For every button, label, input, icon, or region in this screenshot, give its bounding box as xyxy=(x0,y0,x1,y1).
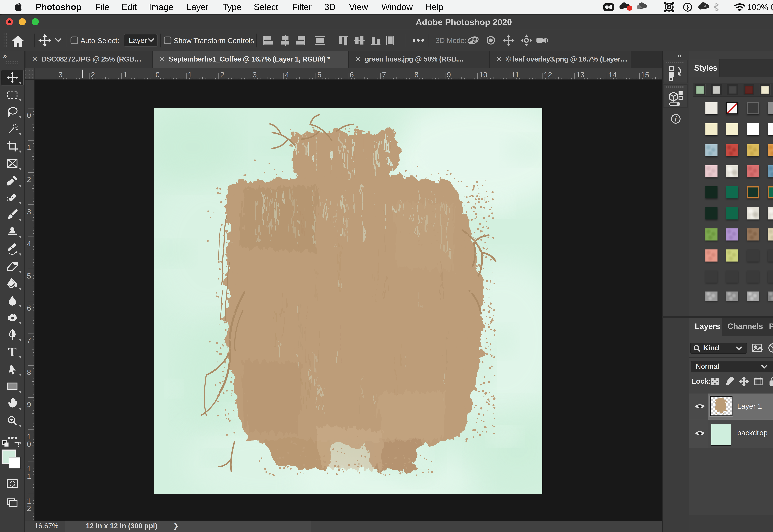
svg-text:6: 6 xyxy=(350,71,354,79)
svg-text:11: 11 xyxy=(511,71,519,79)
svg-text:1: 1 xyxy=(27,433,31,441)
svg-text:3D Mode:: 3D Mode: xyxy=(436,36,466,45)
svg-text:2: 2 xyxy=(27,175,31,184)
svg-text:5: 5 xyxy=(27,272,31,280)
svg-text:1: 1 xyxy=(27,497,31,505)
svg-text:4: 4 xyxy=(285,71,289,79)
svg-text:2: 2 xyxy=(27,504,31,513)
svg-text:3: 3 xyxy=(27,208,31,216)
svg-text:7: 7 xyxy=(27,336,31,344)
svg-text:T: T xyxy=(8,345,17,359)
svg-text:Layer: Layer xyxy=(129,36,147,44)
svg-text:0: 0 xyxy=(27,111,31,119)
svg-text:2: 2 xyxy=(91,71,95,79)
svg-text:Show Transform Controls: Show Transform Controls xyxy=(174,37,254,45)
svg-text:13: 13 xyxy=(576,71,584,79)
svg-text:0: 0 xyxy=(27,440,31,448)
svg-text:3: 3 xyxy=(58,71,63,79)
svg-text:3: 3 xyxy=(253,71,257,79)
svg-text:14: 14 xyxy=(609,71,617,79)
svg-text:1: 1 xyxy=(27,465,31,473)
svg-text:6: 6 xyxy=(27,304,31,312)
svg-text:9: 9 xyxy=(447,71,451,79)
svg-text:2: 2 xyxy=(220,71,224,79)
svg-text:10: 10 xyxy=(479,71,487,79)
svg-text:1: 1 xyxy=(27,143,31,151)
svg-text:15: 15 xyxy=(641,71,649,79)
svg-text:9: 9 xyxy=(27,400,31,409)
svg-text:1: 1 xyxy=(188,71,192,79)
svg-text:12: 12 xyxy=(544,71,552,79)
svg-text:8: 8 xyxy=(27,368,31,377)
svg-text:4: 4 xyxy=(27,240,31,248)
svg-text:100%: 100% xyxy=(747,2,768,12)
svg-text:0: 0 xyxy=(156,71,160,79)
svg-text:8: 8 xyxy=(414,71,419,79)
svg-text:1: 1 xyxy=(123,71,127,79)
svg-text:1: 1 xyxy=(27,472,31,480)
svg-text:i: i xyxy=(675,115,677,123)
svg-text:Auto-Select:: Auto-Select: xyxy=(81,37,119,45)
svg-text:5: 5 xyxy=(317,71,322,79)
svg-text:7: 7 xyxy=(382,71,386,79)
